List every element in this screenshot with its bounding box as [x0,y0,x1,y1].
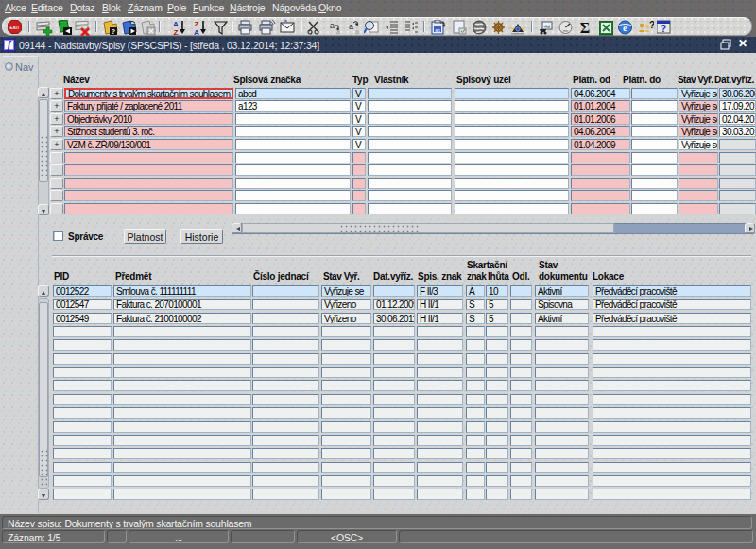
svg-text:a: a [349,22,353,31]
svg-text:ab: ab [435,27,440,33]
svg-text:A: A [194,28,199,36]
svg-text:A: A [173,20,179,28]
svg-text:?: ? [112,28,115,35]
svg-text:?: ? [661,24,666,34]
svg-text:EXIT: EXIT [9,26,19,30]
svg-text:?: ? [649,20,654,30]
svg-text:Z: Z [195,20,199,28]
svg-text:a: a [330,21,335,30]
svg-text:Σ: Σ [580,20,590,36]
svg-text:min: min [563,29,569,33]
svg-text:Z: Z [174,28,179,36]
svg-text:e: e [623,22,627,33]
svg-text:a: a [355,28,359,35]
svg-text:a: a [336,28,340,35]
